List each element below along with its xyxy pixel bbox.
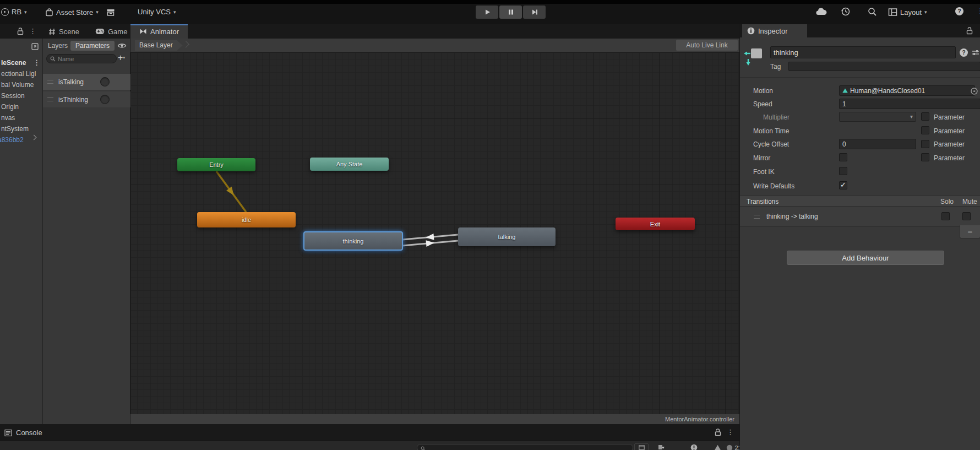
console-lock-button[interactable] xyxy=(714,428,722,436)
unity-vcs-dropdown[interactable]: Unity VCS ▾ xyxy=(138,8,176,16)
parameters-tab[interactable]: Parameters xyxy=(70,41,115,51)
shopping-bag-icon xyxy=(45,8,53,17)
state-node-thinking-selected[interactable]: thinking xyxy=(303,231,403,251)
undo-history-button[interactable] xyxy=(841,7,851,17)
multiplier-parameter-checkbox[interactable] xyxy=(921,112,929,121)
foot-ik-checkbox[interactable] xyxy=(839,167,847,175)
layers-tab[interactable]: Layers xyxy=(46,41,69,51)
layout-dropdown[interactable]: Layout ▾ xyxy=(888,8,927,17)
parameter-row-istalking[interactable]: isTalking xyxy=(43,74,130,90)
hierarchy-lock-button[interactable] xyxy=(17,27,24,35)
write-defaults-label: Write Defaults xyxy=(753,182,794,190)
multiplier-dropdown[interactable] xyxy=(839,112,916,122)
hierarchy-item[interactable]: Session xyxy=(1,90,43,101)
layers-tab-label: Layers xyxy=(48,42,68,50)
inspector-lock-button[interactable] xyxy=(966,26,973,35)
console-warning-filter[interactable] xyxy=(713,443,722,450)
mirror-checkbox[interactable] xyxy=(839,153,847,161)
state-node-talking[interactable]: talking xyxy=(458,227,556,246)
console-more-menu[interactable]: ⋮ xyxy=(727,428,734,436)
toolbar-more-menu[interactable]: ⋮ xyxy=(977,7,980,15)
transition-mute-checkbox[interactable] xyxy=(962,212,971,220)
inspector-tabstrip: Inspector ⋮ xyxy=(740,24,980,37)
console-panel-toggle[interactable] xyxy=(634,443,649,450)
chevron-down-icon: ▾ xyxy=(96,9,99,15)
panel-icon xyxy=(639,445,645,450)
tab-inspector[interactable]: Inspector xyxy=(742,24,807,37)
parameter-value-toggle[interactable] xyxy=(100,77,110,86)
state-name-input[interactable] xyxy=(774,48,952,57)
motion-field[interactable]: Human@HandsClosed01 xyxy=(839,85,975,96)
hierarchy-item[interactable]: ectional Ligl xyxy=(1,68,43,79)
global-search-button[interactable] xyxy=(867,7,877,17)
cycle-offset-input[interactable] xyxy=(842,140,913,148)
transitions-header: Transitions Solo Mute xyxy=(740,196,980,207)
tab-scene[interactable]: Scene xyxy=(43,24,85,39)
console-error-filter[interactable] xyxy=(689,443,698,450)
inspector-more-menu[interactable]: ⋮ xyxy=(977,26,980,35)
mirror-parameter-checkbox[interactable] xyxy=(921,153,929,161)
tag-field[interactable] xyxy=(788,62,980,71)
pause-button[interactable] xyxy=(499,6,522,19)
add-behaviour-button[interactable]: Add Behaviour xyxy=(787,251,944,265)
hierarchy-item[interactable]: ntSystem xyxy=(1,123,43,134)
hierarchy-item[interactable]: nvas xyxy=(1,112,43,123)
state-node-exit[interactable]: Exit xyxy=(616,218,695,230)
parameter-label: Parameter xyxy=(934,127,965,135)
scene-more-menu[interactable]: ⋮ xyxy=(33,57,40,68)
speed-input[interactable] xyxy=(842,100,977,108)
hierarchy-item[interactable]: bal Volume xyxy=(1,79,43,90)
step-button[interactable] xyxy=(523,6,546,19)
auto-live-link-button[interactable]: Auto Live Link xyxy=(676,40,738,51)
cloud-services-button[interactable] xyxy=(815,7,827,16)
parameter-value-toggle[interactable] xyxy=(100,95,110,104)
parameter-search-field[interactable] xyxy=(46,54,117,63)
asset-store-dropdown[interactable]: Asset Store ▾ xyxy=(45,8,99,17)
console-import-button[interactable] xyxy=(656,443,666,450)
parameter-search-input[interactable] xyxy=(58,56,107,62)
console-search-field[interactable] xyxy=(417,444,633,450)
account-dropdown[interactable]: RB ▾ xyxy=(1,8,27,16)
cycle-offset-parameter-checkbox[interactable] xyxy=(921,140,929,148)
scene-grid-icon xyxy=(48,28,56,35)
help-button[interactable]: ? xyxy=(955,7,963,15)
mirror-label: Mirror xyxy=(753,154,770,162)
hierarchy-item[interactable]: Origin xyxy=(1,101,43,112)
eye-toggle[interactable] xyxy=(117,42,127,49)
maximize-icon xyxy=(31,42,39,51)
tab-console[interactable]: Console xyxy=(4,429,42,437)
chevron-right-icon[interactable] xyxy=(31,135,37,140)
state-node-any-state[interactable]: Any State xyxy=(310,158,389,171)
drag-handle-icon[interactable] xyxy=(754,215,760,219)
hierarchy-item-label: ntSystem xyxy=(1,125,29,133)
hierarchy-item-scene[interactable]: leScene ⋮ xyxy=(1,57,43,68)
breadcrumb[interactable]: Base Layer xyxy=(135,40,183,51)
hierarchy-item-prefab[interactable]: a836bb2 xyxy=(0,134,43,145)
transition-row-label[interactable]: thinking -> talking xyxy=(766,213,818,220)
speed-field[interactable] xyxy=(839,99,980,109)
motion-time-parameter-checkbox[interactable] xyxy=(921,126,929,134)
state-node-idle[interactable]: idle xyxy=(197,212,296,227)
tab-game[interactable]: Game xyxy=(90,24,133,39)
drag-handle-icon[interactable] xyxy=(47,80,53,84)
play-button[interactable] xyxy=(476,6,498,19)
remove-transition-button[interactable]: − xyxy=(960,225,980,238)
object-picker-icon[interactable] xyxy=(971,88,978,95)
state-node-entry[interactable]: Entry xyxy=(177,158,255,171)
state-name-field[interactable] xyxy=(770,46,956,58)
hierarchy-maximize-button[interactable] xyxy=(31,42,39,51)
add-parameter-button[interactable]: +▾ xyxy=(118,53,125,63)
hierarchy-more-menu[interactable]: ⋮ xyxy=(29,27,36,35)
tab-animator[interactable]: Animator xyxy=(130,24,188,39)
add-behaviour-label: Add Behaviour xyxy=(842,254,889,262)
package-manager-button[interactable] xyxy=(106,8,115,17)
animator-graph-canvas[interactable]: Entry Any State idle thinking talking Ex… xyxy=(130,52,739,414)
drag-handle-icon[interactable] xyxy=(47,97,53,101)
parameter-row-isthinking[interactable]: isThinking xyxy=(43,91,130,107)
write-defaults-checkbox[interactable] xyxy=(839,181,847,189)
state-help-button[interactable]: ? xyxy=(960,48,968,57)
chevron-down-icon: ▾ xyxy=(24,9,27,15)
cycle-offset-field[interactable] xyxy=(839,139,916,149)
presets-icon[interactable] xyxy=(972,49,979,56)
transition-solo-checkbox[interactable] xyxy=(941,212,950,220)
